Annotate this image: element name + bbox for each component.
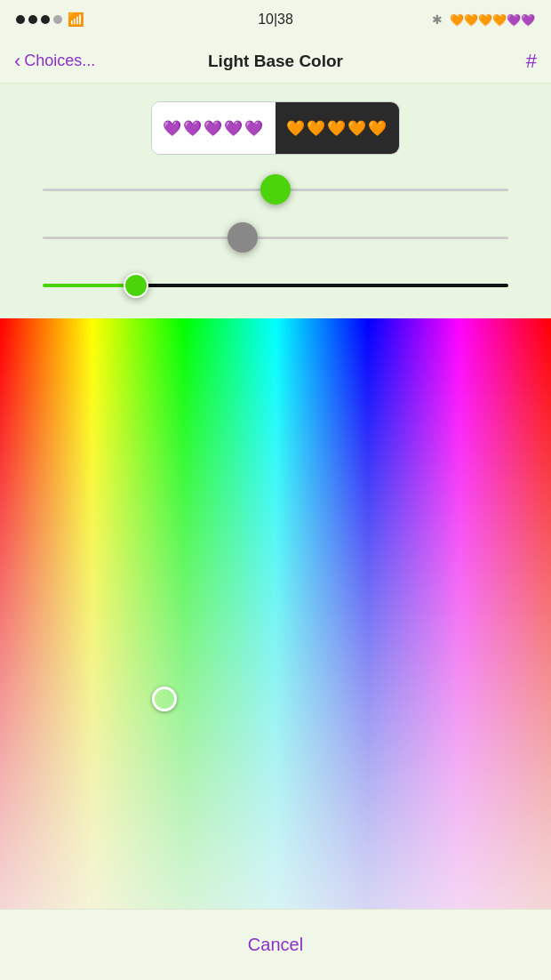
status-left: 📶 <box>16 12 84 28</box>
signal-dot-2 <box>28 15 37 24</box>
wifi-icon: 📶 <box>68 12 84 28</box>
segmented-control[interactable]: 💜💜💜💜💜 🧡🧡🧡🧡🧡 <box>151 101 400 155</box>
hue-slider-track[interactable] <box>43 189 508 191</box>
status-bar: 📶 10|38 ✱ 🧡🧡🧡🧡💜💜 <box>0 0 551 39</box>
brightness-slider-thumb[interactable] <box>124 273 148 298</box>
brightness-slider-track[interactable] <box>43 284 508 287</box>
saturation-slider-thumb[interactable] <box>228 222 258 253</box>
color-picker[interactable] <box>0 318 551 923</box>
back-label: Choices... <box>24 52 95 70</box>
nav-bar: ‹ Choices... Light Base Color # <box>0 39 551 84</box>
signal-dot-1 <box>16 15 25 24</box>
content-area: 💜💜💜💜💜 🧡🧡🧡🧡🧡 <box>0 84 551 923</box>
status-time: 10|38 <box>258 12 293 28</box>
brightness-slider-row <box>43 270 508 301</box>
page-title: Light Base Color <box>208 52 343 71</box>
signal-dot-4 <box>53 15 62 24</box>
saturation-slider-track[interactable] <box>43 237 508 239</box>
sliders-area <box>16 174 535 301</box>
color-picker-canvas[interactable] <box>0 318 551 923</box>
back-button[interactable]: ‹ Choices... <box>14 52 95 71</box>
segment-orange-label: 🧡🧡🧡🧡🧡 <box>286 119 388 138</box>
hue-slider-row <box>43 174 508 205</box>
hash-button[interactable]: # <box>526 50 537 73</box>
signal-dots <box>16 15 62 24</box>
signal-dot-3 <box>41 15 50 24</box>
back-chevron-icon: ‹ <box>14 52 20 71</box>
segment-purple-label: 💜💜💜💜💜 <box>163 119 265 138</box>
color-picker-cursor <box>152 687 177 711</box>
cancel-button[interactable]: Cancel <box>248 935 303 955</box>
status-right: ✱ 🧡🧡🧡🧡💜💜 <box>432 12 535 27</box>
segment-orange[interactable]: 🧡🧡🧡🧡🧡 <box>276 102 399 154</box>
hue-slider-thumb[interactable] <box>260 174 291 205</box>
bottom-bar: Cancel <box>0 909 551 980</box>
segment-purple[interactable]: 💜💜💜💜💜 <box>152 102 276 154</box>
bluetooth-icon: ✱ <box>432 12 443 27</box>
status-hearts: 🧡🧡🧡🧡💜💜 <box>450 13 535 27</box>
saturation-slider-row <box>43 222 508 253</box>
